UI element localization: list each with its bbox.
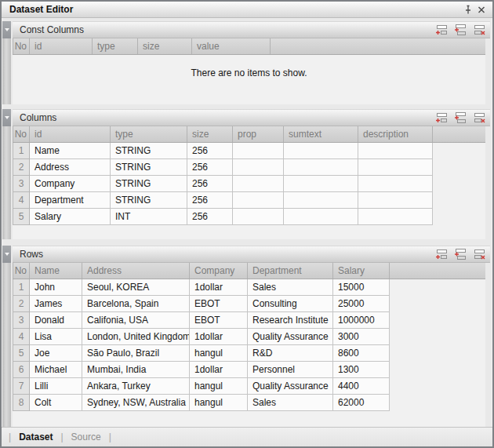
insert-row-icon[interactable] — [453, 24, 467, 36]
collapse-section-button[interactable] — [2, 246, 11, 263]
table-cell[interactable] — [358, 143, 433, 159]
add-row-icon[interactable] — [434, 249, 448, 260]
table-cell[interactable]: Mumbai, India — [82, 362, 190, 378]
row-number-cell[interactable]: 5 — [13, 345, 30, 362]
table-cell[interactable]: Quality Assurance — [248, 378, 333, 395]
table-cell[interactable] — [284, 209, 358, 225]
column-header-no[interactable]: No — [13, 126, 30, 142]
table-cell[interactable]: 256 — [187, 159, 233, 176]
table-cell[interactable] — [233, 209, 284, 225]
insert-row-icon[interactable] — [453, 249, 467, 260]
table-cell[interactable]: 1000000 — [333, 312, 390, 329]
row-number-cell[interactable]: 4 — [13, 192, 30, 209]
table-cell[interactable]: EBOT — [190, 312, 248, 329]
table-cell[interactable]: Department — [30, 192, 111, 209]
table-cell[interactable]: Sales — [248, 395, 333, 411]
close-icon[interactable] — [474, 3, 488, 16]
column-header-description[interactable]: description — [358, 126, 433, 142]
table-cell[interactable]: Quality Assurance — [248, 329, 333, 345]
table-cell[interactable] — [284, 159, 358, 176]
column-header-sumtext[interactable]: sumtext — [284, 126, 358, 142]
table-cell[interactable]: EBOT — [190, 296, 248, 312]
table-cell[interactable]: Name — [30, 143, 111, 159]
table-cell[interactable]: Joe — [30, 345, 82, 362]
table-cell[interactable]: 256 — [187, 209, 233, 225]
table-cell[interactable]: Barcelona, Spain — [82, 296, 190, 312]
row-number-cell[interactable]: 7 — [13, 378, 30, 395]
table-cell[interactable]: R&D — [248, 345, 333, 362]
table-cell[interactable]: hangul — [190, 345, 248, 362]
table-cell[interactable] — [358, 192, 433, 209]
delete-row-icon[interactable] — [472, 249, 485, 260]
table-cell[interactable]: John — [30, 279, 82, 296]
table-cell[interactable]: London, United Kingdom — [82, 329, 190, 345]
column-header-id[interactable]: id — [30, 126, 111, 142]
table-cell[interactable]: 8600 — [333, 345, 390, 362]
table-cell[interactable] — [233, 159, 284, 176]
table-cell[interactable]: hangul — [190, 378, 248, 395]
add-row-icon[interactable] — [434, 112, 448, 124]
row-number-cell[interactable]: 2 — [13, 296, 30, 312]
table-cell[interactable]: Salary — [30, 209, 111, 225]
table-cell[interactable]: Lisa — [30, 329, 82, 345]
row-number-cell[interactable]: 5 — [13, 209, 30, 225]
table-cell[interactable]: São Paulo, Brazil — [82, 345, 190, 362]
table-cell[interactable]: Donald — [30, 312, 82, 329]
table-cell[interactable]: Colt — [30, 395, 82, 411]
tab-source[interactable]: Source — [71, 432, 101, 443]
column-header-value[interactable]: value — [192, 38, 271, 54]
column-header-no[interactable]: No — [13, 38, 30, 54]
row-number-cell[interactable]: 2 — [13, 159, 30, 176]
table-cell[interactable]: Address — [30, 159, 111, 176]
table-cell[interactable]: Consulting — [248, 296, 333, 312]
table-cell[interactable]: 256 — [187, 192, 233, 209]
table-cell[interactable]: James — [30, 296, 82, 312]
table-cell[interactable]: Lilli — [30, 378, 82, 395]
table-cell[interactable] — [233, 192, 284, 209]
table-cell[interactable] — [284, 143, 358, 159]
table-cell[interactable]: 3000 — [333, 329, 390, 345]
table-cell[interactable]: 1dollar — [190, 329, 248, 345]
table-cell[interactable]: Seoul, KOREA — [82, 279, 190, 296]
column-header-no[interactable]: No — [13, 263, 30, 279]
row-number-cell[interactable]: 3 — [13, 312, 30, 329]
row-number-cell[interactable]: 1 — [13, 143, 30, 159]
column-header-type[interactable]: type — [111, 126, 187, 142]
row-number-cell[interactable]: 6 — [13, 362, 30, 378]
table-cell[interactable]: Sydney, NSW, Australia — [82, 395, 190, 411]
delete-row-icon[interactable] — [472, 112, 485, 124]
column-header-address[interactable]: Address — [82, 263, 190, 279]
row-number-cell[interactable]: 3 — [13, 176, 30, 192]
table-cell[interactable]: STRING — [111, 176, 187, 192]
table-cell[interactable]: 1300 — [333, 362, 390, 378]
table-cell[interactable]: Ankara, Turkey — [82, 378, 190, 395]
table-cell[interactable] — [284, 192, 358, 209]
column-header-salary[interactable]: Salary — [333, 263, 390, 279]
table-cell[interactable]: 256 — [187, 143, 233, 159]
table-cell[interactable]: INT — [111, 209, 187, 225]
row-number-cell[interactable]: 4 — [13, 329, 30, 345]
pin-icon[interactable] — [461, 3, 474, 16]
column-header-name[interactable]: Name — [30, 263, 82, 279]
row-number-cell[interactable]: 1 — [13, 279, 30, 296]
table-cell[interactable]: 25000 — [333, 296, 390, 312]
table-cell[interactable]: STRING — [111, 143, 187, 159]
table-cell[interactable]: Califonia, USA — [82, 312, 190, 329]
table-cell[interactable]: STRING — [111, 192, 187, 209]
table-cell[interactable] — [233, 143, 284, 159]
column-header-prop[interactable]: prop — [233, 126, 284, 142]
table-cell[interactable] — [284, 176, 358, 192]
table-cell[interactable]: hangul — [190, 395, 248, 411]
add-row-icon[interactable] — [434, 24, 448, 36]
delete-row-icon[interactable] — [472, 24, 485, 36]
table-cell[interactable]: STRING — [111, 159, 187, 176]
column-header-id[interactable]: id — [30, 38, 93, 54]
table-cell[interactable]: 4400 — [333, 378, 390, 395]
table-cell[interactable] — [233, 176, 284, 192]
row-number-cell[interactable]: 8 — [13, 395, 30, 411]
table-cell[interactable]: 1dollar — [190, 362, 248, 378]
table-cell[interactable]: Personnel — [248, 362, 333, 378]
table-cell[interactable]: 62000 — [333, 395, 390, 411]
table-cell[interactable]: 1dollar — [190, 279, 248, 296]
insert-row-icon[interactable] — [453, 112, 467, 124]
